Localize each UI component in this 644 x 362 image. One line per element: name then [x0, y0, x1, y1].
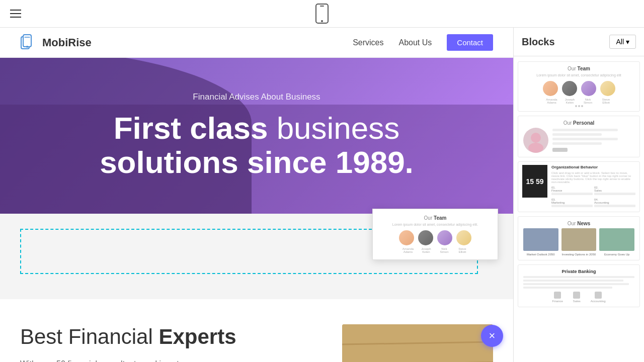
drop-zone-container: Our Team Lorem ipsum dolor sit amet, con… — [20, 224, 493, 279]
block-personal-title: Our Personal — [523, 120, 634, 126]
logo-icon — [20, 34, 38, 52]
hamburger-menu[interactable] — [10, 10, 21, 18]
member-4-name: Steve Elliott — [455, 247, 470, 253]
banking-icon-accounting: Accounting — [591, 292, 606, 303]
site-logo: MobiRise — [20, 34, 92, 52]
block-org-title: Organizational Behavior — [551, 165, 635, 169]
news-label-3: Economy Goes Up — [599, 253, 634, 256]
toolbar — [0, 0, 644, 28]
section-2-text: Best Financial Experts With over 50 fina… — [20, 324, 322, 362]
floating-team-card: Our Team Lorem ipsum dolor sit amet, con… — [372, 209, 498, 260]
website-preview: MobiRise Services About Us Contact Finan… — [0, 28, 513, 362]
section-2-title: Best Financial Experts — [20, 324, 322, 349]
avatar-4 — [456, 230, 471, 245]
nav-services[interactable]: Services — [353, 38, 383, 47]
content-blocks: Our Team Lorem ipsum dolor sit amet, con… — [0, 214, 513, 299]
block-our-personal[interactable]: Our Personal — [518, 116, 640, 157]
blocks-panel-title: Blocks — [522, 36, 555, 48]
block-news-labels: Market Outlook 2050 Investing Options in… — [523, 253, 634, 256]
block-social-dots — [523, 105, 634, 107]
news-img-1 — [523, 228, 558, 251]
avatar-1 — [399, 230, 414, 245]
team-card-subtitle: Lorem ipsum dolor sit amet, consectetur … — [379, 223, 492, 226]
block-personal-image — [523, 128, 548, 153]
block-private-banking[interactable]: Private Banking Finance — [518, 264, 640, 307]
svg-point-5 — [26, 46, 28, 48]
close-icon: × — [489, 330, 496, 341]
nav-cta-button[interactable]: Contact — [447, 34, 493, 51]
block-team-names: Amanda Adams Joseph Kelen Nick Simon Ste… — [523, 98, 634, 104]
block-organizational-behavior[interactable]: 15 59 Organizational Behavior Click and … — [518, 161, 640, 212]
news-label-2: Investing Options in 2050 — [561, 253, 597, 256]
blocks-panel-header: Blocks All ▾ — [514, 28, 644, 56]
section-2: Best Financial Experts With over 50 fina… — [0, 299, 513, 362]
block-avatar-3 — [581, 81, 596, 96]
news-label-1: Market Outlook 2050 — [523, 253, 558, 256]
avatar-2 — [418, 230, 433, 245]
block-org-items: 01. Finance 02. Sales 03. — [551, 186, 635, 209]
banking-icon-finance: Finance — [552, 292, 562, 303]
blocks-list: Our Team Lorem ipsum dolor sit amet, con… — [514, 56, 644, 362]
block-avatar-4 — [600, 81, 615, 96]
block-our-team[interactable]: Our Team Lorem ipsum dolor sit amet, con… — [518, 61, 640, 112]
hero-section: Financial Advises About Business First c… — [0, 58, 513, 214]
block-banking-title: Private Banking — [523, 269, 634, 274]
block-org-text: Organizational Behavior Click and drag t… — [551, 165, 635, 209]
section-2-description: With over 50 financial consultants worki… — [20, 357, 322, 362]
block-team-avatars — [523, 81, 634, 96]
member-2-name: Joseph Kelen — [419, 247, 434, 253]
block-banking-icons: Finance Sales Accounting — [523, 292, 634, 303]
news-img-2 — [561, 228, 597, 251]
avatar-3 — [437, 230, 452, 245]
block-org-image: 15 59 — [522, 165, 547, 198]
close-fab-button[interactable]: × — [481, 325, 503, 347]
nav-links: Services About Us Contact — [353, 34, 493, 51]
content-area: MobiRise Services About Us Contact Finan… — [0, 28, 513, 362]
block-team-subtitle: Lorem ipsum dolor sit amet, consectetur … — [523, 73, 634, 77]
site-nav: MobiRise Services About Us Contact — [0, 28, 513, 58]
block-team-title: Our Team — [523, 66, 634, 71]
news-img-3 — [599, 228, 634, 251]
block-news-title: Our News — [523, 221, 634, 226]
logo-text: MobiRise — [42, 36, 92, 49]
hero-subtitle: Financial Advises About Business — [193, 92, 320, 102]
banking-icon-sales: Sales — [573, 292, 581, 303]
team-card-avatars — [379, 230, 492, 245]
hero-title: First class business solutions since 198… — [100, 111, 414, 179]
block-our-news[interactable]: Our News Market Outlook 2050 Investing O… — [518, 216, 640, 260]
svg-point-14 — [528, 143, 543, 153]
team-card-title: Our Team — [379, 215, 492, 221]
main-layout: MobiRise Services About Us Contact Finan… — [0, 28, 644, 362]
block-personal-content — [523, 128, 634, 153]
hero-title-light: business — [277, 111, 400, 145]
blocks-panel: Blocks All ▾ Our Team Lorem ipsum dolor … — [513, 28, 644, 362]
svg-point-13 — [531, 133, 541, 143]
block-avatar-2 — [562, 81, 577, 96]
nav-about-us[interactable]: About Us — [398, 38, 432, 47]
phone-preview-icon[interactable] — [315, 3, 329, 24]
blocks-filter-button[interactable]: All ▾ — [609, 35, 636, 49]
svg-rect-4 — [23, 35, 31, 47]
block-avatar-1 — [543, 81, 558, 96]
section-2-image — [342, 324, 493, 362]
member-1-name: Amanda Adams — [400, 247, 416, 253]
svg-point-2 — [321, 20, 323, 22]
team-card-names: Amanda Adams Joseph Kelen Nick Simon Ste… — [379, 247, 492, 253]
member-3-name: Nick Simon — [437, 247, 452, 253]
block-personal-text-lines — [552, 129, 634, 152]
block-news-images — [523, 228, 634, 251]
